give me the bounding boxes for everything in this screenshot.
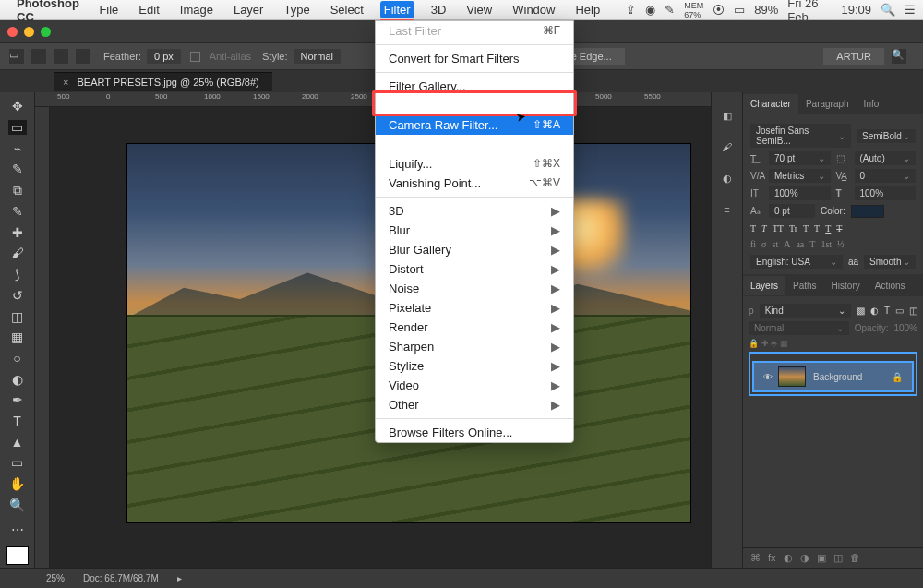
- visibility-icon[interactable]: 👁: [763, 372, 773, 382]
- swash-button[interactable]: A: [784, 239, 790, 249]
- zoom-window-button[interactable]: [41, 27, 51, 37]
- style-select[interactable]: Normal: [294, 49, 341, 64]
- italic-button[interactable]: T: [761, 223, 767, 234]
- filter-smart-icon[interactable]: ◫: [909, 306, 917, 316]
- filter-pixel-icon[interactable]: ▩: [857, 306, 865, 316]
- tab-actions[interactable]: Actions: [868, 276, 913, 295]
- allcaps-button[interactable]: TT: [773, 223, 784, 234]
- kerning-field[interactable]: Metrics⌄: [769, 169, 831, 183]
- filter-type-icon[interactable]: T: [884, 306, 890, 316]
- minimize-window-button[interactable]: [24, 27, 34, 37]
- font-weight-select[interactable]: SemiBold⌄: [857, 129, 916, 143]
- menu-file[interactable]: File: [95, 1, 122, 18]
- date[interactable]: Fri 26 Feb: [787, 0, 832, 24]
- underline-button[interactable]: T: [825, 223, 831, 234]
- menu-edit[interactable]: Edit: [135, 1, 162, 18]
- text-color-swatch[interactable]: [851, 205, 884, 218]
- stamp-tool[interactable]: ⟆: [8, 267, 27, 282]
- shape-tool[interactable]: ▭: [8, 455, 27, 471]
- menu-render[interactable]: Render▶: [376, 318, 573, 337]
- link-layers-icon[interactable]: ⌘: [750, 552, 761, 564]
- tab-info[interactable]: Info: [857, 94, 887, 114]
- tab-layers[interactable]: Layers: [743, 276, 785, 295]
- color-panel-icon[interactable]: ◧: [717, 105, 737, 126]
- quick-select-tool[interactable]: ✎: [8, 162, 27, 177]
- app-name[interactable]: Photoshop CC: [17, 0, 84, 24]
- ligatures-button[interactable]: fi: [750, 239, 756, 249]
- brush-tool[interactable]: 🖌: [8, 246, 27, 261]
- ruler-vertical[interactable]: [35, 107, 50, 568]
- crop-tool[interactable]: ⧉: [8, 183, 27, 198]
- menu-window[interactable]: Window: [509, 1, 558, 18]
- subscript-button[interactable]: T: [814, 223, 820, 234]
- eyedropper-tool[interactable]: ✎: [8, 204, 27, 220]
- spotlight-icon[interactable]: 🔍: [881, 3, 895, 17]
- antialias-select[interactable]: Smooth⌄: [864, 255, 916, 269]
- doc-size[interactable]: Doc: 68.7M/68.7M: [83, 573, 159, 583]
- menu-browse-filters[interactable]: Browse Filters Online...: [376, 423, 573, 442]
- layer-row-background[interactable]: 👁 Background 🔒: [752, 361, 914, 392]
- ruler-horizontal[interactable]: 500 0 500 1000 1500 2000 2500 3000 3500 …: [35, 92, 711, 107]
- move-tool[interactable]: ✥: [8, 99, 27, 114]
- fractions-button[interactable]: ½: [837, 239, 845, 249]
- marquee-tool[interactable]: ▭: [8, 120, 27, 136]
- bold-button[interactable]: T: [750, 223, 756, 234]
- edit-toolbar[interactable]: ⋯: [8, 522, 27, 538]
- filter-shape-icon[interactable]: ▭: [895, 306, 904, 316]
- opacity-value[interactable]: 100%: [893, 323, 917, 333]
- menu-pixelate[interactable]: Pixelate▶: [376, 298, 573, 318]
- fx-icon[interactable]: fx: [768, 552, 776, 564]
- zoom-tool[interactable]: 🔍: [8, 497, 27, 512]
- history-brush-tool[interactable]: ↺: [8, 288, 27, 304]
- discretionary-button[interactable]: st: [773, 239, 779, 249]
- menu-stylize[interactable]: Stylize▶: [376, 356, 573, 376]
- menu-sharpen[interactable]: Sharpen▶: [376, 337, 573, 356]
- titling-button[interactable]: T: [809, 239, 815, 249]
- antialias-check[interactable]: [190, 52, 200, 62]
- blend-mode-select[interactable]: Normal⌄: [749, 321, 849, 335]
- language-select[interactable]: English: USA⌄: [750, 255, 843, 269]
- menu-other[interactable]: Other▶: [376, 395, 573, 414]
- status-arrow-icon[interactable]: ▸: [177, 573, 182, 583]
- tab-character[interactable]: Character: [743, 94, 798, 114]
- menu-noise[interactable]: Noise▶: [376, 279, 573, 298]
- blur-tool[interactable]: ○: [8, 351, 27, 366]
- hand-tool[interactable]: ✋: [8, 476, 27, 492]
- marquee-intersect-icon[interactable]: [76, 49, 90, 64]
- menu-blur-gallery[interactable]: Blur Gallery▶: [376, 240, 573, 259]
- dodge-tool[interactable]: ◐: [8, 371, 27, 387]
- type-tool[interactable]: T: [8, 414, 27, 429]
- menu-distort[interactable]: Distort▶: [376, 259, 573, 279]
- menu-help[interactable]: Help: [571, 1, 604, 18]
- evernote-icon[interactable]: ✎: [665, 3, 675, 17]
- feather-field[interactable]: 0 px: [147, 49, 181, 64]
- document-tab[interactable]: × BEART PRESETS.jpg @ 25% (RGB/8#): [54, 72, 272, 91]
- close-tab-icon[interactable]: ×: [63, 77, 68, 88]
- menu-select[interactable]: Select: [327, 1, 367, 18]
- menu-convert-smart[interactable]: Convert for Smart Filters: [376, 49, 573, 68]
- menu-filter-gallery[interactable]: Filter Gallery...: [376, 77, 573, 96]
- marquee-add-icon[interactable]: [31, 49, 46, 64]
- menu-blur[interactable]: Blur▶: [376, 221, 573, 240]
- layer-name[interactable]: Background: [813, 372, 862, 382]
- vscale-field[interactable]: 100%: [769, 186, 831, 200]
- font-size-field[interactable]: 70 pt⌄: [769, 151, 831, 165]
- menu-filter[interactable]: Filter: [380, 1, 414, 18]
- menu-vanishing-point[interactable]: Vanishing Point...⌥⌘V: [376, 174, 573, 193]
- lasso-tool[interactable]: ⌁: [8, 140, 27, 156]
- layer-thumbnail[interactable]: [778, 366, 806, 387]
- adjustment-icon[interactable]: ◑: [800, 552, 809, 564]
- menu-3d[interactable]: 3D▶: [376, 201, 573, 221]
- menu-view[interactable]: View: [462, 1, 496, 18]
- superscript-button[interactable]: T: [803, 223, 809, 234]
- styles-panel-icon[interactable]: ≡: [717, 199, 737, 220]
- strike-button[interactable]: T: [836, 223, 842, 234]
- gradient-tool[interactable]: ▦: [8, 330, 27, 345]
- search-icon[interactable]: 🔍: [892, 49, 906, 64]
- menu-liquify[interactable]: Liquify...⇧⌘X: [376, 154, 573, 174]
- tracking-field[interactable]: 0⌄: [855, 169, 917, 183]
- close-window-button[interactable]: [7, 27, 18, 37]
- cc-icon[interactable]: ◉: [645, 3, 655, 17]
- pen-tool[interactable]: ✒: [8, 392, 27, 408]
- trash-icon[interactable]: 🗑: [850, 552, 860, 564]
